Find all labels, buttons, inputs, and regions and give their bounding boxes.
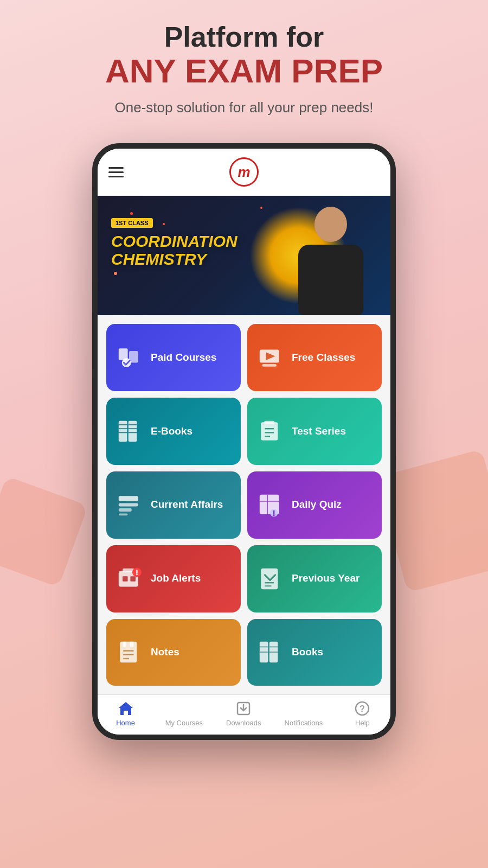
svg-rect-32 [130,576,136,582]
svg-rect-15 [264,421,274,424]
logo-letter: m [237,164,250,181]
ebooks-button[interactable]: E-Books [106,398,241,465]
test-series-button[interactable]: Test Series [247,398,382,465]
free-classes-button[interactable]: Free Classes [247,324,382,391]
hamburger-line-3 [108,176,124,177]
heading-normal: Platform for [33,22,455,53]
bottom-navigation: Home My Courses [98,694,390,735]
downloads-icon [235,700,252,717]
paid-courses-button[interactable]: Paid Courses [106,324,241,391]
promo-banner[interactable]: 1st Class COORDINATION CHEMISTRY [98,196,390,315]
job-alerts-button[interactable]: Job Alerts [106,545,241,612]
nav-my-courses[interactable]: My Courses [165,700,203,727]
svg-rect-53 [184,703,190,714]
person-silhouette [287,207,374,315]
svg-rect-14 [261,422,278,441]
svg-rect-56 [302,712,305,714]
svg-rect-40 [123,642,126,647]
svg-rect-22 [119,513,128,515]
paid-courses-icon [115,343,143,372]
app-logo[interactable]: m [229,157,259,187]
my-courses-icon [176,700,192,717]
nav-notifications[interactable]: Notifications [285,700,323,727]
svg-rect-5 [262,364,277,367]
books-button[interactable]: Books [247,619,382,686]
svg-marker-51 [119,702,133,715]
current-affairs-button[interactable]: Current Affairs [106,471,241,539]
feature-grid: Paid Courses Free Classes [98,315,390,694]
svg-text:?: ? [360,704,365,713]
books-label: Books [292,646,323,659]
banner-badge: 1st Class [111,218,153,228]
nav-help-label: Help [355,719,370,727]
svg-rect-21 [119,508,132,512]
notes-label: Notes [151,646,179,659]
notes-icon [115,638,143,666]
svg-rect-52 [177,703,183,714]
sparkle-3 [114,272,117,275]
sparkle-4 [260,207,262,209]
test-series-icon [256,417,284,445]
hamburger-menu[interactable] [108,167,124,177]
daily-quiz-button[interactable]: Daily Quiz [247,471,382,539]
home-icon [118,700,134,717]
previous-year-icon [256,565,284,593]
svg-point-35 [136,573,138,575]
person-head [314,207,347,242]
nav-notifications-label: Notifications [285,719,323,727]
banner-text: 1st Class COORDINATION CHEMISTRY [111,218,237,268]
phone-inner: m 1st Class COORDINATION CHEMISTRY [98,149,390,735]
daily-quiz-icon [256,491,284,519]
help-icon: ? [354,700,370,717]
nav-downloads-label: Downloads [226,719,261,727]
daily-quiz-label: Daily Quiz [292,499,342,511]
phone-container: m 1st Class COORDINATION CHEMISTRY [0,143,488,740]
person-body [298,245,363,315]
ebooks-icon [115,417,143,445]
hamburger-line-1 [108,167,124,169]
current-affairs-icon [115,491,143,519]
svg-rect-41 [130,642,133,647]
nav-home[interactable]: Home [110,700,142,727]
banner-title: COORDINATION CHEMISTRY [111,232,237,268]
hamburger-line-2 [108,171,124,173]
nav-help[interactable]: ? Help [346,700,378,727]
previous-year-button[interactable]: Previous Year [247,545,382,612]
ebooks-label: E-Books [151,425,192,438]
sparkle-1 [130,212,133,215]
books-icon [256,638,284,666]
top-section: Platform for ANY EXAM PREP One-stop solu… [0,0,488,127]
free-classes-label: Free Classes [292,352,355,364]
svg-rect-20 [119,503,138,506]
heading-accent: ANY EXAM PREP [33,53,455,90]
notes-button[interactable]: Notes [106,619,241,686]
free-classes-icon [256,343,284,372]
paid-courses-label: Paid Courses [151,352,216,364]
notifications-icon [296,700,312,717]
svg-rect-39 [120,642,137,662]
previous-year-label: Previous Year [292,572,359,585]
svg-rect-7 [129,421,137,442]
subtitle: One-stop solution for all your prep need… [33,99,455,116]
banner-person [282,201,380,315]
app-header: m [98,149,390,196]
nav-my-courses-label: My Courses [165,719,203,727]
current-affairs-label: Current Affairs [151,499,223,511]
svg-rect-19 [119,496,138,501]
nav-home-label: Home [116,719,135,727]
nav-downloads[interactable]: Downloads [226,700,261,727]
svg-rect-6 [119,421,127,442]
test-series-label: Test Series [292,425,346,438]
job-alerts-icon [115,565,143,593]
phone-mockup: m 1st Class COORDINATION CHEMISTRY [92,143,396,740]
svg-rect-31 [123,576,128,582]
job-alerts-label: Job Alerts [151,572,201,585]
